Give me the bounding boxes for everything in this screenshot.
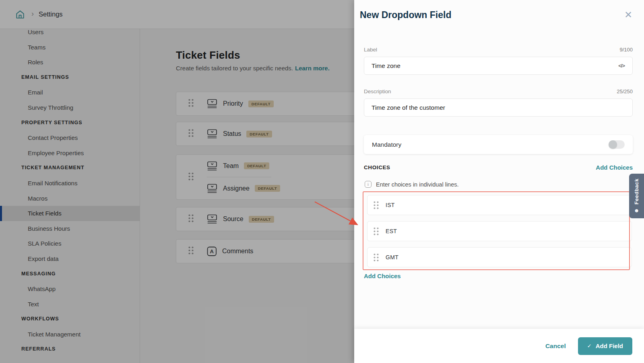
smiley-icon: ☻ [634, 207, 640, 213]
drag-handle-icon[interactable] [373, 201, 380, 210]
check-icon: ✓ [587, 343, 592, 349]
drag-handle-icon[interactable] [373, 227, 380, 236]
choices-hint-text: Enter choices in individual lines. [376, 181, 459, 188]
label-field-label: Label [364, 47, 377, 53]
drawer-title: New Dropdown Field [360, 10, 451, 21]
choices-hint-row: i Enter choices in individual lines. [365, 181, 459, 188]
add-choices-link-top[interactable]: Add Choices [596, 164, 633, 171]
label-field-header: Label 9/100 [364, 47, 633, 53]
choice-row-est[interactable]: EST [367, 221, 632, 241]
add-choices-row: Add Choices [364, 273, 401, 280]
page: › Settings UsersTeamsRolesEMAIL SETTINGS… [0, 0, 644, 363]
new-dropdown-field-drawer: New Dropdown Field ✕ Label 9/100 </> Des… [354, 0, 644, 363]
modal-dim-overlay [0, 0, 354, 363]
code-icon[interactable]: </> [618, 63, 625, 69]
choice-label: IST [386, 202, 395, 208]
choice-row-gmt[interactable]: GMT [367, 247, 632, 267]
label-char-counter: 9/100 [619, 47, 633, 53]
description-field-label: Description [364, 88, 391, 94]
feedback-label: Feedback [634, 178, 640, 205]
description-char-counter: 25/250 [617, 88, 633, 94]
feedback-tab[interactable]: Feedback ☻ [629, 174, 644, 218]
choice-label: EST [386, 228, 397, 234]
mandatory-toggle[interactable] [609, 140, 625, 149]
description-input[interactable] [364, 98, 633, 117]
label-input[interactable] [364, 57, 633, 75]
toggle-knob [609, 140, 617, 149]
drag-handle-icon[interactable] [373, 253, 380, 262]
info-icon: i [365, 181, 372, 188]
description-field-header: Description 25/250 [364, 88, 633, 94]
drawer-footer: Cancel ✓Add Field [354, 329, 644, 363]
choice-row-ist[interactable]: IST [367, 195, 632, 215]
add-choices-link-bottom[interactable]: Add Choices [364, 273, 401, 279]
cancel-button[interactable]: Cancel [545, 342, 566, 350]
choices-header: CHOICES Add Choices [364, 164, 633, 171]
mandatory-label: Mandatory [372, 141, 401, 148]
choice-label: GMT [386, 254, 398, 260]
close-icon[interactable]: ✕ [622, 9, 634, 21]
add-field-button[interactable]: ✓Add Field [578, 337, 632, 355]
choices-heading: CHOICES [364, 164, 390, 170]
mandatory-row: Mandatory [364, 135, 633, 154]
